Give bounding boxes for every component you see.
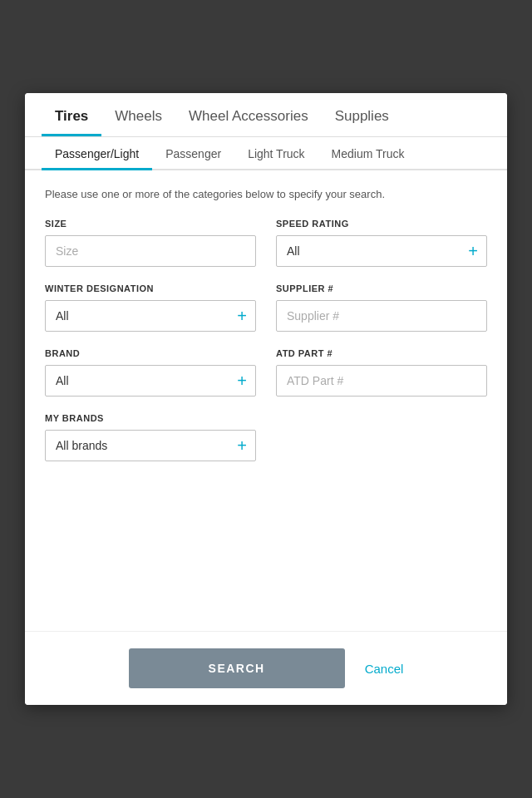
supplier-num-field-group: SUPPLIER # xyxy=(276,283,487,332)
subtab-passenger[interactable]: Passenger xyxy=(152,137,234,169)
cancel-link[interactable]: Cancel xyxy=(365,662,404,676)
speed-rating-select[interactable]: All + xyxy=(276,235,487,267)
winter-designation-label: WINTER DESIGNATION xyxy=(45,283,256,293)
speed-rating-value: All xyxy=(277,236,486,266)
size-label: SIZE xyxy=(45,219,256,229)
my-brands-value: All brands xyxy=(46,431,255,461)
my-brands-field-group: MY BRANDS All brands + xyxy=(45,413,256,461)
search-button[interactable]: SEARCH xyxy=(129,648,345,688)
winter-designation-value: All xyxy=(46,301,255,331)
modal-container: Tires Wheels Wheel Accessories Supplies … xyxy=(25,93,507,705)
main-tabs: Tires Wheels Wheel Accessories Supplies xyxy=(25,93,507,137)
my-brands-label: MY BRANDS xyxy=(45,413,256,423)
form-content: Please use one or more of the categories… xyxy=(25,170,507,631)
tab-supplies[interactable]: Supplies xyxy=(322,93,402,136)
supplier-num-label: SUPPLIER # xyxy=(276,283,487,293)
brand-label: BRAND xyxy=(45,348,256,358)
my-brands-plus-icon: + xyxy=(237,437,247,454)
speed-rating-field-group: SPEED RATING All + xyxy=(276,219,487,267)
winter-designation-select[interactable]: All + xyxy=(45,300,256,332)
supplier-num-input[interactable] xyxy=(276,300,487,332)
spacer xyxy=(45,461,487,611)
subtab-passenger-light[interactable]: Passenger/Light xyxy=(42,137,152,169)
atd-part-num-field-group: ATD PART # xyxy=(276,348,487,397)
my-brands-select[interactable]: All brands + xyxy=(45,430,256,461)
subtab-light-truck[interactable]: Light Truck xyxy=(234,137,318,169)
brand-value: All xyxy=(46,366,255,396)
winter-designation-field-group: WINTER DESIGNATION All + xyxy=(45,283,256,332)
atd-part-num-input[interactable] xyxy=(276,365,487,397)
atd-part-num-label: ATD PART # xyxy=(276,348,487,358)
speed-rating-label: SPEED RATING xyxy=(276,219,487,229)
tab-tires[interactable]: Tires xyxy=(42,93,101,136)
footer: SEARCH Cancel xyxy=(25,631,507,705)
size-field-group: SIZE xyxy=(45,219,256,267)
speed-rating-plus-icon: + xyxy=(468,243,478,259)
winter-designation-plus-icon: + xyxy=(237,308,247,324)
tab-wheels[interactable]: Wheels xyxy=(101,93,175,136)
brand-select[interactable]: All + xyxy=(45,365,256,397)
brand-field-group: BRAND All + xyxy=(45,348,256,397)
tab-wheel-accessories[interactable]: Wheel Accessories xyxy=(175,93,322,136)
hint-text: Please use one or more of the categories… xyxy=(45,187,487,202)
brand-plus-icon: + xyxy=(237,372,247,389)
form-grid: SIZE SPEED RATING All + WINTER DESIGNATI… xyxy=(45,219,487,461)
size-input[interactable] xyxy=(45,235,256,267)
subtab-medium-truck[interactable]: Medium Truck xyxy=(318,137,418,169)
sub-tabs: Passenger/Light Passenger Light Truck Me… xyxy=(25,137,507,170)
